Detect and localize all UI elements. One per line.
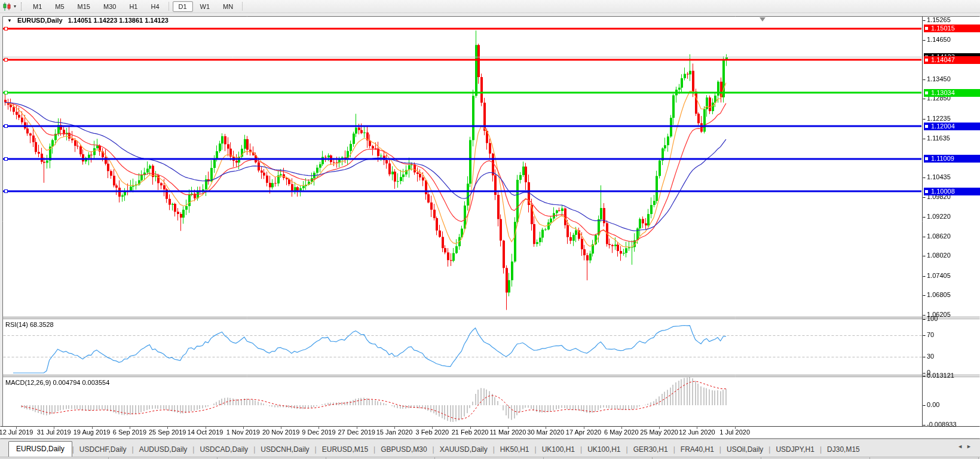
axis-label-overlay: 1.152651.146501.134501.128501.122351.116… — [0, 0, 980, 459]
date-axis-label: 12 Jul 2019 — [0, 429, 33, 436]
chart-ohlc-values: 1.14051 1.14223 1.13861 1.14123 — [68, 17, 169, 24]
chart-tab-usdchf-daily[interactable]: USDCHF,Daily — [74, 442, 132, 457]
toolbar-separator — [169, 2, 170, 11]
date-axis-label: 21 Feb 2020 — [452, 429, 489, 436]
price-axis-tick: 1.08620 — [927, 232, 951, 240]
date-axis-label: 20 Nov 2019 — [262, 429, 299, 436]
price-axis-tick: 1.07405 — [927, 272, 951, 279]
chart-menu-caret-icon[interactable]: ▼ — [7, 18, 12, 23]
date-axis-label: 14 Oct 2019 — [188, 429, 223, 436]
toolbar-grip — [21, 2, 22, 11]
rsi-axis-tick: 100 — [927, 315, 938, 322]
price-axis-tick: 1.09220 — [927, 213, 951, 220]
chart-tab-eurusd-daily[interactable]: EURUSD,Daily — [8, 441, 72, 457]
macd-axis-tick: 0.00 — [927, 401, 939, 408]
hline-price-label: 1.14047 — [924, 56, 980, 64]
date-axis-label: 25 Sep 2019 — [149, 429, 186, 436]
date-axis-label: 6 May 2020 — [604, 429, 638, 436]
date-axis-label: 3 Feb 2020 — [415, 429, 449, 436]
chart-tab-hk50-h1[interactable]: HK50,H1 — [495, 442, 535, 457]
hline-price-label: 1.11009 — [924, 155, 980, 163]
chart-type-dropdown-icon[interactable]: ▾ — [14, 4, 16, 9]
window-bottom-strip — [0, 457, 980, 459]
tab-scroll-left-icon[interactable]: ◄ — [957, 443, 966, 449]
rsi-indicator-label: RSI(14) 68.3528 — [5, 321, 54, 328]
date-axis-label: 6 Sep 2019 — [113, 429, 146, 436]
chart-tab-uk100-h1[interactable]: UK100,H1 — [537, 442, 580, 457]
price-axis-tick: 1.06805 — [927, 291, 951, 298]
timeframe-button-d1[interactable]: D1 — [173, 1, 193, 12]
chart-tab-usoil-daily[interactable]: USOil,Daily — [721, 442, 768, 457]
toolbar-separator — [242, 2, 243, 11]
chart-tab-dj30-m15[interactable]: DJ30,M15 — [822, 442, 865, 457]
tab-scroll-right-icon[interactable]: ► — [966, 443, 975, 449]
hline-price-label: 1.10008 — [924, 188, 980, 195]
price-axis-tick: 1.13450 — [927, 75, 951, 82]
chart-tab-eurusd-m15[interactable]: EURUSD,M15 — [317, 442, 373, 457]
rsi-axis-tick: 30 — [927, 353, 934, 360]
timeframe-button-m5[interactable]: M5 — [49, 1, 70, 12]
macd-axis-tick: -0.008933 — [927, 421, 957, 428]
chart-tab-usdcnh-daily[interactable]: USDCNH,Daily — [255, 442, 314, 457]
date-axis-label: 17 Apr 2020 — [566, 429, 601, 436]
macd-values: 0.004794 0.003554 — [53, 379, 109, 386]
date-axis-label: 1 Jul 2020 — [719, 429, 750, 436]
chart-tab-uk100-h1[interactable]: UK100,H1 — [582, 442, 626, 457]
timeframe-button-m15[interactable]: M15 — [72, 1, 96, 12]
price-axis-tick: 1.15265 — [927, 16, 951, 23]
macd-name: MACD(12,26,9) — [5, 379, 51, 386]
chart-title: ▼ EURUSD,Daily 1.14051 1.14223 1.13861 1… — [7, 17, 169, 24]
date-axis-label: 11 Mar 2020 — [489, 429, 526, 436]
candlestick-chart-icon[interactable] — [2, 2, 12, 11]
timeframe-button-m30[interactable]: M30 — [97, 1, 122, 12]
price-axis-tick: 1.12235 — [927, 115, 951, 122]
chart-tab-usdcad-daily[interactable]: USDCAD,Daily — [194, 442, 253, 457]
date-axis-label: 1 Nov 2019 — [226, 429, 260, 436]
chart-tab-fra40-h1[interactable]: FRA40,H1 — [675, 442, 719, 457]
date-axis-label: 19 Aug 2019 — [74, 429, 111, 436]
macd-axis-tick: 0.013121 — [927, 372, 954, 379]
macd-indicator-label: MACD(12,26,9) 0.004794 0.003554 — [5, 379, 109, 386]
chart-tab-ger30-h1[interactable]: GER30,H1 — [628, 442, 673, 457]
price-axis-tick: 1.11635 — [927, 134, 950, 142]
timeframe-button-w1[interactable]: W1 — [194, 1, 216, 12]
timeframe-button-mn[interactable]: MN — [217, 1, 239, 12]
chart-tab-gbpusd-m30[interactable]: GBPUSD,M30 — [375, 442, 432, 457]
hline-price-label: 1.12004 — [924, 123, 980, 130]
rsi-axis-tick: 70 — [927, 331, 934, 338]
chart-tab-xauusd-daily[interactable]: XAUUSD,Daily — [434, 442, 493, 457]
chart-symbol-label: EURUSD,Daily — [17, 17, 63, 24]
timeframe-buttons: M1M5M15M30H1H4D1W1MN — [26, 1, 246, 12]
date-axis-label: 25 May 2020 — [640, 429, 678, 436]
date-axis-label: 27 Dec 2019 — [338, 429, 375, 436]
tab-scroll-arrows: ◄► — [957, 443, 975, 449]
rsi-name: RSI(14) — [5, 321, 28, 328]
hline-price-label: 1.15015 — [924, 25, 980, 32]
rsi-value: 68.3528 — [30, 321, 54, 328]
price-axis-tick: 1.10435 — [927, 173, 951, 180]
date-axis-label: 31 Jul 2019 — [37, 429, 71, 436]
date-axis-label: 30 Mar 2020 — [527, 429, 564, 436]
hline-price-label: 1.13034 — [924, 89, 980, 97]
timeframe-button-h1[interactable]: H1 — [123, 1, 143, 12]
timeframe-toolbar: ▾ M1M5M15M30H1H4D1W1MN — [0, 0, 980, 13]
chart-tab-bar: EURUSD,Daily|USDCHF,Daily|AUDUSD,Daily|U… — [0, 439, 980, 457]
price-axis-tick: 1.08020 — [927, 252, 951, 259]
chart-tab-usdjpy-h1[interactable]: USDJPY,H1 — [770, 442, 819, 457]
chart-tab-audusd-daily[interactable]: AUDUSD,Daily — [134, 442, 193, 457]
timeframe-button-m1[interactable]: M1 — [27, 1, 48, 12]
date-axis-label: 12 Jun 2020 — [679, 429, 715, 436]
price-axis-tick: 1.14650 — [927, 36, 951, 43]
date-axis-label: 9 Dec 2019 — [302, 429, 335, 436]
timeframe-button-h4[interactable]: H4 — [145, 1, 165, 12]
date-axis-label: 15 Jan 2020 — [376, 429, 413, 436]
trading-app-window: ▾ M1M5M15M30H1H4D1W1MN ▼ EURUSD,Daily 1.… — [0, 0, 980, 459]
